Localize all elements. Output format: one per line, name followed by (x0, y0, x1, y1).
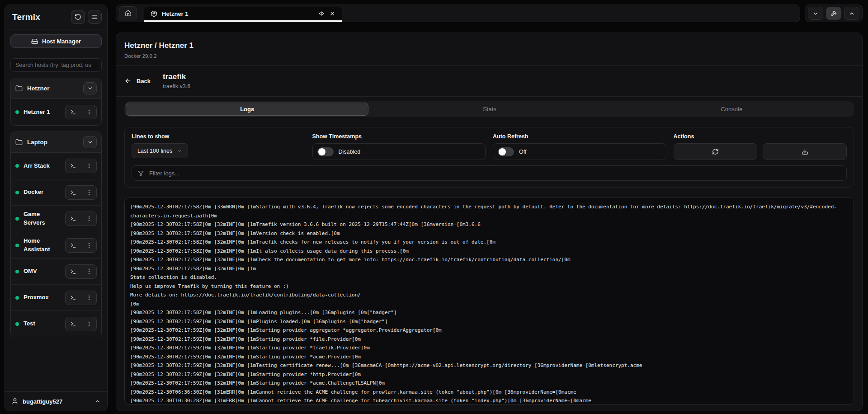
tab-stats[interactable]: Stats (368, 103, 610, 116)
host-menu-button[interactable] (81, 291, 96, 305)
group-header[interactable]: Hetzner (11, 78, 101, 99)
host-row[interactable]: Proxmox (11, 284, 101, 310)
host-terminal-button[interactable] (66, 105, 81, 119)
kebab-menu-icon (86, 242, 92, 249)
host-row[interactable]: Hetzner 1 (11, 99, 101, 125)
host-manager-button[interactable]: Host Manager (10, 34, 102, 48)
expand-button[interactable] (844, 7, 859, 20)
host-actions (65, 185, 97, 200)
host-row[interactable]: OMV (11, 258, 101, 284)
host-menu-button[interactable] (81, 159, 96, 173)
kebab-menu-icon (86, 189, 92, 196)
host-menu-button[interactable] (81, 239, 96, 252)
host-actions (65, 105, 97, 119)
terminal-icon (70, 268, 76, 275)
status-dot-online (15, 244, 19, 247)
group-collapse-button[interactable] (83, 136, 97, 148)
status-dot-online (15, 322, 19, 326)
log-line: [90m2025-12-30T02:17:58Z[0m [33mWRN[0m [… (130, 202, 848, 212)
close-tab-button[interactable] (329, 10, 335, 17)
tab-console[interactable]: Console (611, 103, 853, 116)
host-name: Home Assistant (24, 237, 61, 254)
log-line: [90m2025-12-30T02:17:59Z[0m [32mINF[0m [… (130, 317, 848, 326)
group-header[interactable]: Laptop (11, 132, 101, 153)
terminal-icon (70, 109, 76, 115)
host-terminal-button[interactable] (66, 239, 81, 252)
host-actions (65, 159, 97, 173)
group-name: Laptop (27, 139, 79, 146)
filter-logs-input[interactable] (149, 170, 841, 177)
refresh-hosts-button[interactable] (71, 10, 85, 24)
log-line: [90m2025-12-30T02:17:59Z[0m [32mINF[0m [… (130, 379, 848, 388)
kebab-menu-icon (86, 295, 92, 301)
log-output[interactable]: [90m2025-12-30T02:17:58Z[0m [33mWRN[0m [… (124, 198, 854, 405)
host-row[interactable]: Docker (11, 179, 101, 205)
split-pane-button[interactable] (318, 10, 325, 17)
host-actions (65, 264, 97, 279)
terminal-icon (70, 216, 76, 222)
host-menu-button[interactable] (81, 265, 96, 278)
host-menu-button[interactable] (81, 212, 96, 226)
timestamps-label: Show Timestamps (312, 133, 486, 140)
arrow-left-icon (124, 77, 132, 85)
host-terminal-button[interactable] (66, 291, 81, 305)
package-icon (151, 10, 157, 17)
app-root: Termix Host Manager Hetzner (0, 0, 868, 414)
sidebar: Termix Host Manager Hetzner (5, 5, 108, 411)
tab-hetzner-1[interactable]: Hetzner 1 (144, 7, 342, 22)
download-logs-button[interactable] (763, 143, 847, 160)
folder-icon (15, 139, 23, 146)
refresh-logs-button[interactable] (674, 143, 758, 160)
host-terminal-button[interactable] (66, 159, 81, 173)
host-terminal-button[interactable] (66, 265, 81, 278)
host-menu-button[interactable] (81, 186, 96, 199)
kebab-menu-icon (86, 109, 92, 115)
search-section (5, 53, 107, 77)
host-terminal-button[interactable] (66, 317, 81, 331)
log-line: [90m2025-12-30T02:17:58Z[0m [32mINF[0m [… (130, 220, 848, 229)
autorefresh-toggle[interactable]: Off (493, 143, 666, 160)
host-actions (65, 238, 97, 253)
tab-logs[interactable]: Logs (126, 103, 368, 116)
group-collapse-button[interactable] (83, 82, 97, 94)
collapse-button[interactable] (808, 7, 823, 20)
home-button[interactable] (119, 6, 137, 20)
log-controls: Lines to show Last 100 lines Show Timest… (124, 127, 854, 188)
host-row[interactable]: Game Servers (11, 205, 101, 232)
log-line: [90m2025-12-30T02:17:58Z[0m [32mINF[0m [… (130, 255, 848, 264)
back-button[interactable]: Back (124, 77, 151, 85)
timestamps-toggle[interactable]: Disabled (312, 143, 486, 160)
breadcrumb: Hetzner / Hetzner 1 (124, 41, 854, 51)
host-row[interactable]: Test (11, 310, 101, 337)
window-controls (805, 5, 863, 22)
search-hosts-input[interactable] (10, 58, 102, 72)
top-bar: Hetzner 1 (116, 5, 863, 22)
log-line: [90m2025-12-30T02:17:58Z[0m [32mINF[0m [… (130, 238, 848, 247)
host-terminal-button[interactable] (66, 212, 81, 226)
toggle-switch-off[interactable] (317, 147, 334, 156)
user-menu[interactable]: bugattiguy527 (5, 391, 107, 411)
autorefresh-label: Auto Refresh (493, 133, 666, 140)
funnel-icon (137, 170, 144, 177)
host-row[interactable]: Home Assistant (11, 232, 101, 259)
status-dot-online (15, 270, 19, 273)
timestamps-state: Disabled (339, 149, 361, 155)
lines-select[interactable]: Last 100 lines (132, 143, 188, 158)
sidebar-menu-button[interactable] (88, 10, 102, 24)
host-menu-button[interactable] (81, 105, 96, 119)
status-dot-online (15, 110, 19, 114)
tools-button[interactable] (826, 7, 841, 20)
host-terminal-button[interactable] (66, 186, 81, 199)
toggle-switch-off[interactable] (498, 147, 514, 156)
kebab-menu-icon (86, 216, 92, 222)
host-menu-button[interactable] (81, 317, 96, 331)
filter-logs-field[interactable] (132, 165, 847, 181)
back-label: Back (137, 78, 151, 85)
terminal-icon (70, 242, 76, 249)
log-line: [90m2025-12-30T06:36:30Z[0m [31mERR[0m [… (130, 388, 848, 397)
app-title: Termix (12, 12, 40, 22)
host-row[interactable]: Arr Stack (11, 153, 101, 179)
log-line: [90m2025-12-30T10:30:28Z[0m [31mERR[0m [… (130, 396, 848, 405)
chevron-up-icon (94, 398, 101, 405)
terminal-tab-strip: Hetzner 1 (116, 5, 800, 22)
